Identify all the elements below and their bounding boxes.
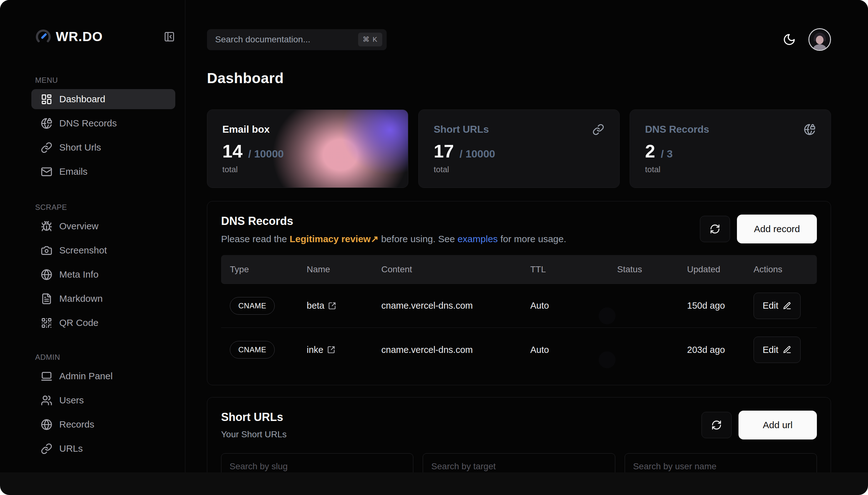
stat-card-dns-records: DNS Records 2 / 3 total	[630, 109, 831, 188]
sidebar-section-admin: ADMIN	[35, 353, 185, 362]
stat-limit: / 10000	[248, 148, 284, 160]
stat-card-numbers: 14 / 10000	[222, 142, 393, 160]
table-header-row: Type Name Content TTL Status Updated Act…	[221, 255, 817, 284]
stat-value: 14	[222, 142, 243, 160]
sidebar-item-admin-panel[interactable]: Admin Panel	[31, 366, 175, 386]
search-by-target-input[interactable]	[423, 453, 615, 473]
table-row: CNAME beta cname.vercel-dns.com Auto 150…	[221, 284, 817, 328]
logo-text: WR.DO	[56, 29, 103, 44]
sidebar-item-label: Admin Panel	[59, 371, 112, 381]
desc-text: for more usage.	[498, 234, 566, 244]
stat-card-numbers: 2 / 3	[645, 142, 816, 160]
topbar: Search documentation... ⌘ K	[207, 29, 831, 50]
sidebar-item-label: Overview	[59, 221, 99, 232]
stat-caption: total	[434, 165, 604, 174]
dns-records-table: Type Name Content TTL Status Updated Act…	[221, 255, 817, 372]
dns-panel-title: DNS Records	[221, 215, 566, 228]
add-record-button[interactable]: Add record	[737, 215, 817, 243]
search-by-user-name-input[interactable]	[625, 453, 817, 473]
record-updated: 150d ago	[678, 301, 745, 311]
record-content: cname.vercel-dns.com	[372, 301, 521, 311]
col-header-actions: Actions	[745, 264, 817, 274]
sidebar-item-screenshot[interactable]: Screenshot	[31, 240, 175, 260]
sidebar-item-urls[interactable]: URLs	[31, 439, 175, 459]
sidebar: WR.DO MENU Dashboard DNS Records Short U…	[0, 0, 185, 473]
external-link-icon[interactable]	[328, 302, 336, 310]
sidebar-item-overview[interactable]: Overview	[31, 216, 175, 236]
sidebar-collapse-icon[interactable]	[163, 31, 176, 43]
url-filters-row	[221, 453, 817, 473]
record-updated: 203d ago	[678, 345, 745, 355]
sidebar-item-meta-info[interactable]: Meta Info	[31, 264, 175, 285]
urls-panel-title: Short URLs	[221, 411, 287, 424]
sidebar-item-markdown[interactable]: Markdown	[31, 289, 175, 309]
stat-value: 17	[434, 142, 454, 160]
dns-records-panel: DNS Records Please read the Legitimacy r…	[207, 201, 831, 385]
search-by-slug-input[interactable]	[221, 453, 413, 473]
qr-code-icon	[41, 317, 52, 329]
sidebar-item-dashboard[interactable]: Dashboard	[31, 89, 175, 109]
desc-text: before using. See	[379, 234, 457, 244]
app-frame: WR.DO MENU Dashboard DNS Records Short U…	[0, 0, 868, 473]
arrow-up-right-icon: ↗	[371, 234, 379, 244]
refresh-icon	[710, 224, 720, 234]
edit-button-label: Edit	[763, 301, 778, 311]
topbar-right	[783, 28, 831, 51]
col-header-content: Content	[372, 264, 521, 274]
stat-caption: total	[645, 165, 816, 174]
sidebar-item-dns-records[interactable]: DNS Records	[31, 113, 175, 133]
sidebar-item-label: Dashboard	[59, 94, 105, 104]
urls-panel-titles: Short URLs Your Short URLs	[221, 411, 287, 440]
dns-panel-description: Please read the Legitimacy review↗ befor…	[221, 233, 566, 244]
sidebar-item-short-urls[interactable]: Short Urls	[31, 137, 175, 157]
camera-icon	[41, 245, 52, 256]
link-icon	[41, 142, 52, 153]
external-link-icon[interactable]	[327, 346, 335, 354]
refresh-button[interactable]	[701, 412, 732, 438]
add-url-button[interactable]: Add url	[739, 411, 817, 440]
sidebar-item-emails[interactable]: Emails	[31, 161, 175, 182]
legitimacy-review-link[interactable]: Legitimacy review	[290, 234, 370, 244]
stat-card-title: Short URLs	[434, 124, 604, 135]
col-header-updated: Updated	[678, 264, 745, 274]
record-ttl: Auto	[521, 301, 608, 311]
search-input[interactable]: Search documentation... ⌘ K	[207, 29, 387, 50]
sidebar-item-qr-code[interactable]: QR Code	[31, 313, 175, 333]
user-avatar[interactable]	[809, 28, 831, 51]
urls-panel-actions: Add url	[701, 411, 817, 440]
screenshot-root: WR.DO MENU Dashboard DNS Records Short U…	[0, 0, 868, 495]
stat-card-email-box: Email box 14 / 10000 total	[207, 109, 408, 188]
stat-caption: total	[222, 165, 393, 174]
app-window: WR.DO MENU Dashboard DNS Records Short U…	[0, 0, 868, 495]
page-title: Dashboard	[207, 70, 831, 87]
record-type-badge: CNAME	[230, 297, 275, 314]
sidebar-item-label: Meta Info	[59, 269, 99, 280]
sidebar-item-label: Screenshot	[59, 245, 107, 256]
edit-button[interactable]: Edit	[753, 293, 801, 319]
urls-panel-subtitle: Your Short URLs	[221, 429, 287, 440]
stat-value: 2	[645, 142, 655, 160]
sidebar-item-users[interactable]: Users	[31, 390, 175, 410]
edit-button[interactable]: Edit	[753, 337, 801, 363]
short-urls-panel: Short URLs Your Short URLs Add url	[207, 397, 831, 473]
moon-icon[interactable]	[783, 33, 796, 46]
record-name: inke	[307, 345, 323, 355]
bug-icon	[41, 221, 52, 232]
toggle-thumb	[598, 351, 615, 368]
edit-button-label: Edit	[763, 345, 778, 355]
search-placeholder: Search documentation...	[215, 34, 310, 45]
pen-icon	[783, 302, 792, 310]
sidebar-section-menu: MENU	[35, 76, 185, 85]
examples-link[interactable]: examples	[457, 234, 498, 244]
dns-panel-titles: DNS Records Please read the Legitimacy r…	[221, 215, 566, 244]
record-content: cname.vercel-dns.com	[372, 345, 521, 355]
stat-card-title: Email box	[222, 124, 393, 135]
stat-card-numbers: 17 / 10000	[434, 142, 604, 160]
sidebar-item-label: Records	[59, 419, 94, 430]
sidebar-item-label: Users	[59, 395, 84, 406]
stat-cards-row: Email box 14 / 10000 total Short URLs 17…	[207, 109, 831, 188]
sidebar-item-label: Short Urls	[59, 142, 101, 153]
refresh-button[interactable]	[700, 216, 730, 242]
link-icon	[41, 443, 52, 455]
sidebar-item-records[interactable]: Records	[31, 414, 175, 434]
